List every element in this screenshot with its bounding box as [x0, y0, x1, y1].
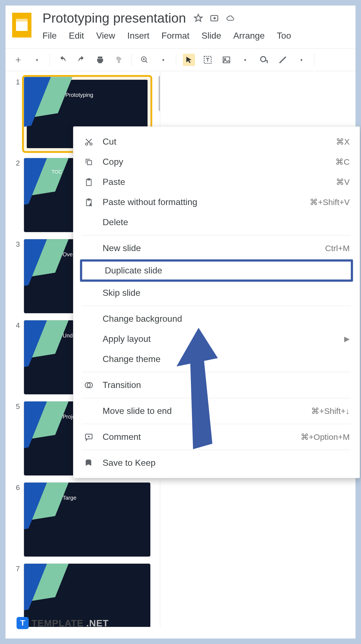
- context-menu: Cut⌘XCopy⌘CPaste⌘VAPaste without formatt…: [73, 126, 360, 478]
- menu-item-paste[interactable]: Paste⌘V: [73, 172, 360, 192]
- menu-bar: File Edit View Insert Format Slide Arran…: [42, 31, 291, 41]
- menu-item-label: Change theme: [103, 354, 350, 364]
- menu-item-change-background[interactable]: Change background: [73, 309, 360, 329]
- watermark-text: TEMPLATE: [31, 618, 84, 629]
- menu-file[interactable]: File: [42, 31, 57, 41]
- menu-item-label: Save to Keep: [103, 458, 350, 468]
- keep-icon: [83, 459, 94, 467]
- menu-divider: [82, 450, 351, 450]
- menu-shortcut: ⌘+Shift+V: [310, 197, 350, 207]
- undo-button[interactable]: [57, 54, 69, 66]
- menu-item-comment[interactable]: Comment⌘+Option+M: [73, 427, 360, 447]
- menu-view[interactable]: View: [96, 31, 115, 41]
- zoom-dropdown[interactable]: ▾: [157, 54, 169, 66]
- star-icon[interactable]: [194, 14, 203, 23]
- watermark-suffix: .NET: [86, 618, 109, 629]
- line-tool[interactable]: [277, 54, 289, 66]
- menu-item-copy[interactable]: Copy⌘C: [73, 152, 360, 172]
- menu-item-cut[interactable]: Cut⌘X: [73, 132, 360, 152]
- slide-number: 4: [12, 320, 20, 395]
- toolbar: ▾ ▾ ▾ ▾: [6, 49, 355, 71]
- slides-logo: [12, 13, 31, 38]
- watermark-logo: T: [17, 617, 29, 629]
- line-dropdown[interactable]: ▾: [295, 54, 307, 66]
- menu-arrange[interactable]: Arrange: [233, 31, 265, 41]
- menu-slide[interactable]: Slide: [202, 31, 221, 41]
- slide-thumbnail-row: 6Targe: [12, 482, 156, 557]
- paint-format-button[interactable]: [113, 54, 125, 66]
- svg-point-6: [85, 143, 88, 145]
- menu-item-label: Duplicate slide: [105, 265, 347, 276]
- menu-item-label: Change background: [103, 314, 350, 324]
- menu-item-label: Copy: [103, 157, 327, 167]
- menu-shortcut: ⌘X: [336, 137, 350, 147]
- slide-number: 2: [12, 158, 20, 232]
- move-icon[interactable]: [210, 14, 219, 23]
- menu-item-skip-slide[interactable]: Skip slide: [73, 283, 360, 303]
- menu-edit[interactable]: Edit: [69, 31, 84, 41]
- menu-shortcut: Ctrl+M: [325, 244, 350, 253]
- svg-rect-8: [87, 161, 92, 165]
- menu-format[interactable]: Format: [162, 31, 189, 41]
- menu-shortcut: ⌘C: [335, 157, 350, 167]
- menu-item-save-to-keep[interactable]: Save to Keep: [73, 453, 360, 473]
- slide-number: 3: [12, 239, 20, 313]
- cloud-icon[interactable]: [226, 14, 235, 23]
- menu-item-label: Cut: [103, 137, 328, 147]
- menu-item-duplicate-slide[interactable]: Duplicate slide: [82, 262, 351, 280]
- svg-text:A: A: [90, 203, 92, 206]
- svg-rect-3: [223, 57, 230, 63]
- image-dropdown[interactable]: ▾: [239, 54, 251, 66]
- menu-item-label: Transition: [103, 380, 350, 390]
- menu-item-transition[interactable]: Transition: [73, 375, 360, 395]
- menu-shortcut: ⌘V: [336, 177, 350, 187]
- menu-item-paste-without-formatting[interactable]: APaste without formatting⌘+Shift+V: [73, 192, 360, 212]
- comment-icon: [83, 433, 94, 441]
- paste-icon: [83, 178, 94, 186]
- submenu-arrow-icon: ▶: [344, 335, 350, 343]
- menu-item-label: Move slide to end: [103, 406, 303, 416]
- menu-divider: [82, 372, 351, 372]
- shape-tool[interactable]: [258, 54, 270, 66]
- paste-plain-icon: A: [83, 198, 94, 207]
- redo-button[interactable]: [75, 54, 87, 66]
- menu-item-label: Delete: [103, 217, 350, 227]
- slide-number: 6: [12, 482, 20, 557]
- zoom-button[interactable]: [138, 54, 151, 66]
- slide-thumbnail[interactable]: Targe: [24, 482, 151, 557]
- app-window: Prototyping presentation File Edit View …: [6, 6, 355, 638]
- menu-item-label: Comment: [103, 432, 292, 442]
- menu-item-move-slide-to-end[interactable]: Move slide to end⌘+Shift+↓: [73, 401, 360, 421]
- new-slide-dropdown[interactable]: ▾: [31, 54, 43, 66]
- title-block: Prototyping presentation File Edit View …: [42, 10, 291, 41]
- menu-item-label: New slide: [103, 243, 317, 253]
- menu-item-label: Skip slide: [103, 288, 350, 298]
- svg-point-7: [90, 143, 92, 145]
- slide-number: 5: [12, 401, 20, 476]
- highlight-annotation: Duplicate slide: [80, 259, 353, 282]
- select-tool[interactable]: [183, 54, 195, 66]
- image-tool[interactable]: [220, 54, 232, 66]
- slide-number: 1: [12, 77, 20, 151]
- menu-divider: [82, 398, 351, 398]
- cut-icon: [83, 137, 94, 146]
- menu-item-new-slide[interactable]: New slideCtrl+M: [73, 238, 360, 258]
- transition-icon: [83, 381, 94, 390]
- header: Prototyping presentation File Edit View …: [6, 6, 355, 41]
- menu-tools[interactable]: Too: [277, 31, 291, 41]
- menu-item-apply-layout[interactable]: Apply layout▶: [73, 329, 360, 349]
- copy-icon: [83, 158, 94, 166]
- menu-insert[interactable]: Insert: [127, 31, 149, 41]
- menu-item-delete[interactable]: Delete: [73, 212, 360, 232]
- document-title[interactable]: Prototyping presentation: [42, 10, 186, 26]
- print-button[interactable]: [94, 54, 106, 66]
- watermark: T TEMPLATE.NET: [17, 617, 109, 629]
- menu-item-change-theme[interactable]: Change theme: [73, 349, 360, 369]
- menu-divider: [82, 306, 351, 306]
- menu-item-label: Paste: [103, 177, 328, 187]
- textbox-tool[interactable]: [202, 54, 214, 66]
- menu-shortcut: ⌘+Shift+↓: [311, 406, 350, 416]
- menu-item-label: Paste without formatting: [103, 197, 301, 207]
- new-slide-button[interactable]: [12, 54, 24, 66]
- menu-shortcut: ⌘+Option+M: [301, 432, 350, 442]
